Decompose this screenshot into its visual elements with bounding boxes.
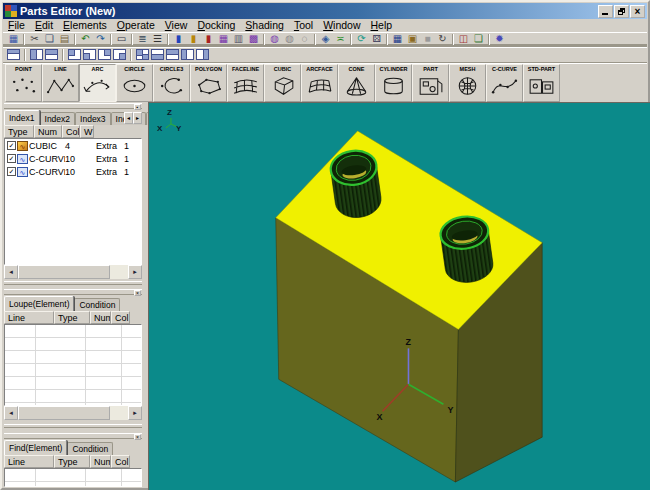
tool-cone-button[interactable]: CONE — [338, 64, 375, 102]
column-header[interactable]: W — [80, 125, 94, 138]
column-header[interactable]: Type — [54, 311, 90, 324]
column-header[interactable]: Line — [4, 311, 54, 324]
menu-item[interactable]: View — [160, 19, 193, 32]
table-row[interactable]: ✓ ∿ C-CURVE 10 Extra 1 — [5, 152, 141, 165]
row-checkbox[interactable]: ✓ — [7, 141, 16, 150]
tool-line-button[interactable]: LINE — [42, 64, 79, 102]
layout-single-icon[interactable] — [7, 49, 20, 60]
fill-gray-icon[interactable]: ■ — [420, 33, 435, 46]
chart-icon[interactable]: ◫ — [456, 33, 471, 46]
tool-c-curve-button[interactable]: C-CURVE — [486, 64, 523, 102]
layout-bottom-left-icon[interactable] — [83, 49, 96, 60]
3d-viewport[interactable]: Z X Y — [148, 102, 650, 490]
image-icon[interactable]: ▣ — [405, 33, 420, 46]
tab[interactable]: Index3 — [75, 112, 111, 125]
shield-icon[interactable]: ◈ — [318, 33, 333, 46]
tool-point-button[interactable]: POINT — [5, 64, 42, 102]
menu-item[interactable]: Tool — [289, 19, 318, 32]
layers-icon[interactable]: ❏ — [471, 33, 486, 46]
loupe-horizontal-scrollbar[interactable]: ◂ ▸ — [4, 406, 142, 420]
column-header[interactable]: Num — [90, 311, 111, 324]
tab[interactable]: Find(Element) — [4, 440, 67, 455]
db-gold-icon[interactable]: ▮ — [186, 33, 201, 46]
dock-splitter[interactable] — [4, 424, 142, 428]
toolbar-separator[interactable] — [488, 34, 490, 45]
table-icon[interactable]: ▦ — [390, 33, 405, 46]
toolbar-separator[interactable] — [350, 34, 352, 45]
tool-arcface-button[interactable]: ARCFACE — [301, 64, 338, 102]
tab[interactable]: Loupe(Element) — [4, 296, 74, 311]
toolbar-separator[interactable] — [263, 34, 265, 45]
scroll-left-icon[interactable]: ◂ — [4, 406, 18, 420]
row-checkbox[interactable]: ✓ — [7, 154, 16, 163]
cabinet-icon[interactable]: ▥ — [231, 33, 246, 46]
recycle-icon[interactable]: ⟳ — [354, 33, 369, 46]
scroll-left-icon[interactable]: ◂ — [4, 265, 18, 279]
hierarchy-icon[interactable]: ≣ — [135, 33, 150, 46]
toolbar-separator[interactable] — [452, 34, 454, 45]
tab[interactable]: Condition — [74, 298, 120, 311]
tab-scroll-right-icon[interactable]: ▸ — [133, 112, 142, 124]
tab[interactable]: Condition — [67, 442, 113, 455]
layout-quad-icon[interactable] — [136, 49, 149, 60]
layout-top-right-icon[interactable] — [98, 49, 111, 60]
table-row[interactable]: ✓ ∿ CUBIC 4 Extra 1 — [5, 139, 141, 152]
undo-icon[interactable]: ↶ — [78, 33, 93, 46]
index-horizontal-scrollbar[interactable]: ◂ ▸ — [4, 265, 142, 279]
column-header[interactable]: Num — [34, 125, 62, 138]
menu-item[interactable]: Elements — [58, 19, 112, 32]
properties-icon[interactable]: ▭ — [114, 33, 129, 46]
index-table[interactable]: ✓ ∿ CUBIC 4 Extra 1 ✓ ∿ C-CURVE 10 — [4, 138, 142, 265]
menu-item[interactable]: Window — [318, 19, 365, 32]
db-red-icon[interactable]: ▮ — [201, 33, 216, 46]
table-row[interactable]: ✓ ∿ C-CURVE 10 Extra 1 — [5, 165, 141, 178]
column-header[interactable]: Col — [62, 125, 80, 138]
toolbar-separator[interactable] — [130, 49, 132, 61]
toolbar-separator[interactable] — [74, 34, 76, 45]
layout-main-bottom-icon[interactable] — [151, 49, 164, 60]
delete-grid-icon[interactable]: ▩ — [246, 33, 261, 46]
layout-main-right-icon[interactable] — [196, 49, 209, 60]
layout-vsplit-icon[interactable] — [30, 49, 43, 60]
copy-icon[interactable]: ❏ — [42, 33, 57, 46]
layout-bottom-right-icon[interactable] — [113, 49, 126, 60]
column-header[interactable]: Col — [111, 311, 130, 324]
column-header[interactable]: Col — [111, 455, 130, 468]
toolbar-separator[interactable] — [110, 34, 112, 45]
tool-circle-button[interactable]: CIRCLE — [116, 64, 153, 102]
layout-top-left-icon[interactable] — [68, 49, 81, 60]
orbit-icon[interactable]: ↻ — [435, 33, 450, 46]
find-table[interactable] — [4, 468, 142, 487]
scroll-right-icon[interactable]: ▸ — [128, 265, 142, 279]
grid-purple-icon[interactable]: ▦ — [216, 33, 231, 46]
redo-icon[interactable]: ↷ — [93, 33, 108, 46]
layout-main-left-icon[interactable] — [181, 49, 194, 60]
toolbar-separator[interactable] — [167, 34, 169, 45]
toolbar-separator[interactable] — [314, 34, 316, 45]
menu-item[interactable]: Edit — [30, 19, 58, 32]
tool-cylinder-button[interactable]: CYLINDER — [375, 64, 412, 102]
cut-icon[interactable]: ✂ — [27, 33, 42, 46]
tool-polygon-button[interactable]: POLYGON — [190, 64, 227, 102]
toolbar-separator[interactable] — [386, 34, 388, 45]
menu-item[interactable]: Docking — [192, 19, 240, 32]
restore-button[interactable] — [614, 5, 629, 18]
tool-part-button[interactable]: PART — [412, 64, 449, 102]
menu-item[interactable]: File — [3, 19, 30, 32]
scroll-track[interactable] — [110, 265, 128, 279]
loupe-table[interactable] — [4, 324, 142, 406]
toolbar-separator[interactable] — [62, 49, 64, 61]
toolbar-separator[interactable] — [131, 34, 133, 45]
green-list-icon[interactable]: ≍ — [333, 33, 348, 46]
menu-item[interactable]: Help — [366, 19, 398, 32]
layout-main-top-icon[interactable] — [166, 49, 179, 60]
sphere-purple-icon[interactable]: ◍ — [267, 33, 282, 46]
scroll-thumb[interactable] — [18, 265, 110, 279]
scroll-track[interactable] — [110, 406, 128, 420]
tab[interactable]: Index2 — [40, 112, 76, 125]
swirl-icon[interactable]: ✹ — [492, 33, 507, 46]
close-button[interactable]: × — [630, 5, 645, 18]
column-header[interactable]: Line — [4, 455, 54, 468]
db-blue-icon[interactable]: ▮ — [171, 33, 186, 46]
tool-faceline-button[interactable]: FACELINE — [227, 64, 264, 102]
